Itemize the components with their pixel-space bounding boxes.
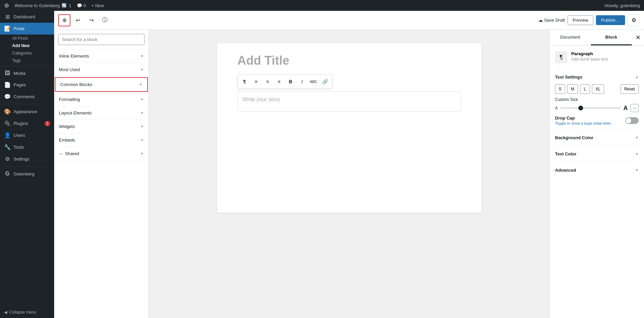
comments-item[interactable]: 💬 0 <box>77 3 86 8</box>
advanced-header[interactable]: Advanced ▼ <box>555 166 639 174</box>
inserter-scroll-indicator <box>54 317 149 318</box>
new-item[interactable]: + New <box>91 3 104 8</box>
info-button[interactable]: ⓘ <box>99 14 111 26</box>
tab-document[interactable]: Document <box>550 30 591 45</box>
font-size-slider-thumb[interactable] <box>578 106 583 110</box>
text-color-header[interactable]: Text Color ▼ <box>555 150 639 158</box>
sidebar-item-settings[interactable]: ⚙ Settings <box>0 153 54 165</box>
block-content-area[interactable]: Write your story <box>238 91 461 112</box>
preview-label: Preview <box>573 18 588 23</box>
font-size-input-icon[interactable]: ↑↓ <box>630 104 639 112</box>
common-blocks-chevron-icon: ▼ <box>139 83 142 86</box>
publish-button[interactable]: Publish… <box>596 15 625 25</box>
gutenberg-icon: G <box>4 171 11 177</box>
sidebar-submenu-add-new[interactable]: Add New <box>0 42 54 49</box>
sidebar-label-settings: Settings <box>14 156 29 162</box>
background-color-header[interactable]: Background Color ▼ <box>555 134 639 142</box>
size-s-button[interactable]: S <box>555 84 565 94</box>
category-embeds-label: Embeds <box>59 137 75 143</box>
align-left-button[interactable]: ≡ <box>251 76 262 87</box>
strikethrough-button[interactable]: ABC <box>308 76 319 87</box>
post-title-area <box>217 43 481 75</box>
save-draft-button[interactable]: ☁ Save Draft <box>538 18 565 23</box>
update-icon: 🔄 <box>62 3 67 8</box>
background-color-title: Background Color <box>555 135 593 140</box>
block-search-input[interactable] <box>58 34 145 45</box>
align-center-button[interactable]: ≡ <box>262 76 273 87</box>
sidebar-item-posts[interactable]: 📝 Posts <box>0 23 54 35</box>
inserter-category-list: Inline Elements ▼ Most Used ▼ <box>54 49 149 317</box>
category-shared-header[interactable]: ↔ Shared ▼ <box>54 147 149 160</box>
bold-button[interactable]: B <box>285 76 296 87</box>
size-xl-button[interactable]: XL <box>592 84 604 94</box>
posts-icon: 📝 <box>4 25 11 32</box>
right-panel-close-button[interactable]: ✕ <box>632 31 644 44</box>
post-title-input[interactable] <box>238 54 461 68</box>
block-toolbar: ¶ ≡ ≡ ≡ B <box>238 75 332 89</box>
category-widgets-header[interactable]: Widgets ▼ <box>54 120 149 133</box>
menu-separator-2 <box>0 104 54 104</box>
italic-button[interactable]: I <box>297 76 308 87</box>
category-embeds-header[interactable]: Embeds ▼ <box>54 133 149 147</box>
link-button[interactable]: 🔗 <box>320 76 331 87</box>
comments-menu-icon: 💬 <box>4 93 11 100</box>
inline-elements-chevron-icon: ▼ <box>140 54 144 58</box>
editor-settings-button[interactable]: ⚙ <box>628 14 640 26</box>
sidebar-item-pages[interactable]: 📄 Pages <box>0 79 54 91</box>
sidebar-item-plugins[interactable]: 🔌 Plugins 1 <box>0 118 54 129</box>
font-size-large-indicator: A <box>623 105 628 112</box>
font-size-slider-track[interactable] <box>560 107 621 109</box>
editor-canvas[interactable]: ¶ ≡ ≡ ≡ B <box>149 30 549 318</box>
background-color-section: Background Color ▼ <box>555 129 639 146</box>
sidebar-label-tools: Tools <box>14 145 24 150</box>
category-formatting-header[interactable]: Formatting ▼ <box>54 93 149 106</box>
widgets-chevron-icon: ▼ <box>140 125 144 128</box>
undo-button[interactable]: ↩ <box>72 14 84 26</box>
drop-cap-row: Drop Cap Toggle to show a large initial … <box>555 115 639 125</box>
sidebar-label-pages: Pages <box>14 82 26 87</box>
sidebar-item-appearance[interactable]: 🎨 Appearance <box>0 106 54 118</box>
collapse-menu-button[interactable]: ◀ Collapse menu <box>0 306 54 318</box>
category-layout-elements-label: Layout Elements <box>59 110 92 115</box>
text-settings-header[interactable]: Text Settings ▲ <box>555 73 639 81</box>
sidebar-label-plugins: Plugins <box>14 121 28 126</box>
sidebar-item-tools[interactable]: 🔧 Tools <box>0 141 54 153</box>
sidebar-item-users[interactable]: 👤 Users <box>0 129 54 141</box>
tab-block[interactable]: Block <box>591 30 632 45</box>
settings-icon: ⚙ <box>4 156 11 162</box>
sidebar-item-media[interactable]: 🖼 Media <box>0 67 54 79</box>
site-name[interactable]: Welcome to Gutenberg 🔄 1 <box>15 3 71 8</box>
category-embeds: Embeds ▼ <box>54 133 149 147</box>
drop-cap-toggle[interactable] <box>625 117 639 124</box>
align-right-button[interactable]: ≡ <box>274 76 285 87</box>
inserter-button[interactable]: ⊕ <box>58 14 70 26</box>
sidebar-submenu-tags[interactable]: Tags <box>0 57 54 64</box>
sidebar-submenu-categories[interactable]: Categories <box>0 49 54 57</box>
block-type-button[interactable]: ¶ <box>239 76 250 87</box>
strikethrough-icon: ABC <box>310 80 317 84</box>
category-layout-elements-header[interactable]: Layout Elements ▼ <box>54 106 149 120</box>
sidebar-item-gutenberg[interactable]: G Gutenberg <box>0 168 54 179</box>
wp-logo-icon[interactable]: ⊕ <box>4 2 9 9</box>
category-common-blocks-header[interactable]: Common Blocks ▼ <box>55 77 148 92</box>
preview-button[interactable]: Preview <box>568 15 593 25</box>
sidebar-item-comments[interactable]: 💬 Comments <box>0 91 54 103</box>
size-m-button[interactable]: M <box>567 84 578 94</box>
block-type-description: Add some basic text. <box>571 57 609 62</box>
save-draft-label: Save Draft <box>544 18 565 23</box>
right-panel-body: ¶ Paragraph Add some basic text. Text Se… <box>550 46 644 318</box>
redo-button[interactable]: ↪ <box>85 14 97 26</box>
paragraph-icon: ¶ <box>559 54 563 61</box>
category-inline-elements-header[interactable]: Inline Elements ▼ <box>54 49 149 63</box>
drop-cap-description[interactable]: Toggle to show a large initial letter. <box>555 121 612 125</box>
text-color-title: Text Color <box>555 151 576 156</box>
block-content-placeholder: Write your story <box>243 97 281 102</box>
block-inserter-panel: Inline Elements ▼ Most Used ▼ <box>54 30 149 318</box>
category-most-used-header[interactable]: Most Used ▼ <box>54 63 149 76</box>
size-l-button[interactable]: L <box>580 84 590 94</box>
advanced-section: Advanced ▼ <box>555 162 639 178</box>
sidebar-item-dashboard[interactable]: ⊞ Dashboard <box>0 11 54 23</box>
sidebar-submenu-all-posts[interactable]: All Posts <box>0 35 54 42</box>
block-type-header: ¶ Paragraph Add some basic text. <box>555 51 639 63</box>
font-size-reset-button[interactable]: Reset <box>621 84 639 94</box>
